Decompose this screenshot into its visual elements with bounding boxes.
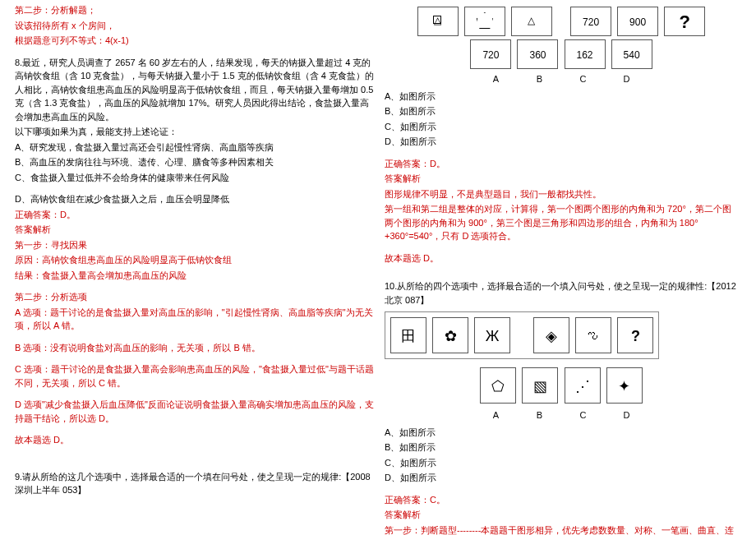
q10-choice-d-icon: ✦	[606, 367, 643, 404]
q8-exp-a: A 选项：题干讨论的是食盐摄入量对高血压的影响，"引起慢性肾病、高血脂等疾病"为…	[15, 306, 376, 333]
q9-stem: 9.请从所给的这几个选项中，选择最合适的一个填在问号处，使之呈现一定的规律:【2…	[15, 470, 376, 497]
q8-exp-b: B 选项：没有说明食盐对高血压的影响，无关项，所以 B 错。	[15, 341, 376, 355]
q9-answer: 正确答案：D。	[385, 157, 738, 171]
q8-jiexi-label: 答案解析	[15, 223, 376, 237]
q8-so: 故本题选 D。	[15, 433, 376, 447]
q10-img-question-icon: ?	[617, 317, 653, 353]
q9-figure-row1: △ △ 720 900 ?	[385, 7, 738, 36]
label-b: B	[519, 72, 560, 86]
q9-jiexi-label: 答案解析	[385, 172, 738, 186]
q8-exp-c: C 选项：题干讨论的是食盐摄入量高会影响患高血压的风险，"食盐摄入量过低"与题干…	[15, 362, 376, 390]
q10-label-d: D	[606, 408, 648, 422]
q9-opt-b: B、如图所示	[385, 104, 738, 118]
q8-opt-d: D、高钠饮食组在减少食盐摄入之后，血压会明显降低	[15, 192, 376, 206]
question-mark-icon: ?	[664, 7, 705, 36]
q10-label-b: B	[519, 408, 560, 422]
q8-answer: 正确答案：D。	[15, 208, 376, 222]
q10-exp1: 第一步：判断题型--------本题题干图形相异，优先考虑数数量、对称、一笔画、…	[385, 523, 738, 536]
choice-a-cell: 720	[470, 39, 511, 69]
q8-step2-head: 第二步：分析选项	[15, 290, 376, 304]
num-900: 900	[617, 7, 658, 36]
choice-d-cell: 540	[611, 39, 652, 69]
q8-opt-b: B、高血压的发病往往与环境、遗传、心理、膳食等多种因素相关	[15, 155, 376, 169]
q10-label-a: A	[475, 408, 516, 422]
q8-stem: 8.最近，研究人员调查了 2657 名 60 岁左右的人，结果发现，每天的钠摄入…	[15, 56, 376, 124]
q9-figure-row2: 720 360 162 540	[385, 39, 738, 69]
label-d: D	[606, 72, 648, 86]
q9-choice-labels: A B C D	[385, 72, 738, 86]
q10-label-c: C	[563, 408, 604, 422]
q10-choice-c-icon: ⋰	[565, 367, 601, 404]
label-a: A	[475, 72, 516, 86]
step2-line2: 根据题意可列不等式：4(x-1)	[15, 34, 376, 48]
q9-exp2: 第一组和第二组是整体的对应，计算得，第一个图两个图形的内角和为 720°，第二个…	[385, 202, 738, 243]
q9-so: 故本题选 D。	[385, 251, 738, 265]
shape-triangle-square2-icon: △	[511, 7, 552, 36]
choice-c-cell: 162	[565, 39, 606, 69]
label-c: C	[563, 72, 604, 86]
q10-jiexi-label: 答案解析	[385, 508, 738, 522]
q8-opt-a: A、研究发现，食盐摄入量过高还会引起慢性肾病、高血脂等疾病	[15, 141, 376, 155]
q8-stem2: 以下哪项如果为真，最能支持上述论证：	[15, 125, 376, 139]
q9-opt-d: D、如图所示	[385, 135, 738, 149]
shape-pentagon-pentagon-icon	[464, 7, 505, 36]
q10-img-swirl-icon: ఌ	[575, 317, 611, 353]
q10-choice-a-icon: ⬠	[480, 367, 516, 404]
q10-opt-b: B、如图所示	[385, 440, 738, 454]
q10-img-grid-icon: 田	[390, 317, 426, 353]
q8-opt-c: C、食盐摄入量过低并不会给身体的健康带来任何风险	[15, 171, 376, 185]
q10-stem: 10.从所给的四个选项中，选择最合适的一个填入问号处，使之呈现一定的规律性:【2…	[385, 279, 738, 307]
q9-opt-c: C、如图所示	[385, 120, 738, 134]
q8-exp-d: D 选项"减少食盐摄入后血压降低"反面论证说明食盐摄入量高确实增加患高血压的风险…	[15, 398, 376, 425]
q8-result: 结果：食盐摄入量高会增加患高血压的风险	[15, 269, 376, 283]
shape-triangle-square-icon: △	[417, 7, 459, 36]
q10-img-diamond-icon: ◈	[533, 317, 569, 353]
q10-choice-b-icon: ▧	[522, 367, 558, 404]
q10-answer: 正确答案：C。	[385, 493, 738, 507]
q10-img-fan-icon: ✿	[432, 317, 468, 353]
q8-cause: 原因：高钠饮食组患高血压的风险明显高于低钠饮食组	[15, 253, 376, 267]
q9-opt-a: A、如图所示	[385, 90, 738, 104]
step2-header: 第二步：分析解题；	[15, 3, 376, 17]
q10-choice-labels: A B C D	[385, 408, 738, 422]
q10-figure-row2: ⬠ ▧ ⋰ ✦	[385, 366, 738, 405]
q8-step1: 第一步：寻找因果	[15, 238, 376, 252]
choice-b-cell: 360	[517, 39, 558, 69]
q10-opt-d: D、如图所示	[385, 471, 738, 485]
q10-figure-row1: 田 ✿ Ж ◈ ఌ ?	[385, 311, 659, 359]
q10-opt-a: A、如图所示	[385, 426, 738, 440]
q10-opt-c: C、如图所示	[385, 456, 738, 470]
num-720: 720	[570, 7, 611, 36]
q10-img-butterfly-icon: Ж	[474, 317, 510, 353]
q9-exp1: 图形规律不明显，不是典型题目，我们一般都找共性。	[385, 187, 738, 201]
step2-line1: 设该招待所有 x 个房间，	[15, 19, 376, 33]
